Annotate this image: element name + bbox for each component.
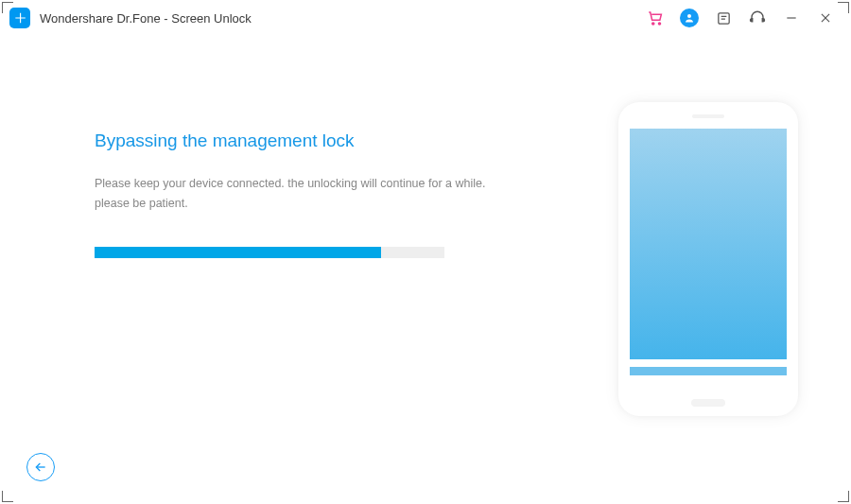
support-icon[interactable] (747, 8, 768, 28)
user-icon[interactable] (679, 8, 700, 28)
progress-bar (95, 247, 444, 258)
phone-speaker (692, 114, 724, 118)
phone-screen (630, 129, 787, 359)
close-button[interactable] (815, 8, 836, 28)
progress-fill (95, 247, 381, 258)
svg-point-2 (687, 14, 691, 18)
minimize-button[interactable] (781, 8, 802, 28)
feedback-icon[interactable] (713, 8, 734, 28)
status-heading: Bypassing the management lock (95, 130, 530, 151)
phone-nav-band (630, 367, 787, 375)
window-corner-tr (838, 2, 849, 13)
left-panel: Bypassing the management lock Please kee… (95, 130, 530, 258)
subtext-line2: please be patient. (95, 197, 188, 210)
back-button[interactable] (26, 453, 55, 481)
app-title: Wondershare Dr.Fone - Screen Unlock (40, 11, 252, 26)
cart-icon[interactable] (645, 8, 666, 28)
svg-rect-3 (718, 12, 728, 23)
status-subtext: Please keep your device connected. the u… (95, 174, 530, 215)
subtext-line1: Please keep your device connected. the u… (95, 177, 485, 190)
window-corner-br (838, 491, 849, 502)
titlebar: Wondershare Dr.Fone - Screen Unlock (0, 0, 851, 36)
header-icons (645, 8, 842, 28)
window-corner-bl (2, 491, 13, 502)
window-corner-tl (2, 2, 13, 13)
phone-body (618, 102, 798, 416)
svg-point-0 (652, 23, 654, 25)
device-illustration (618, 102, 798, 416)
svg-point-1 (658, 23, 660, 25)
phone-home-indicator (691, 399, 725, 407)
